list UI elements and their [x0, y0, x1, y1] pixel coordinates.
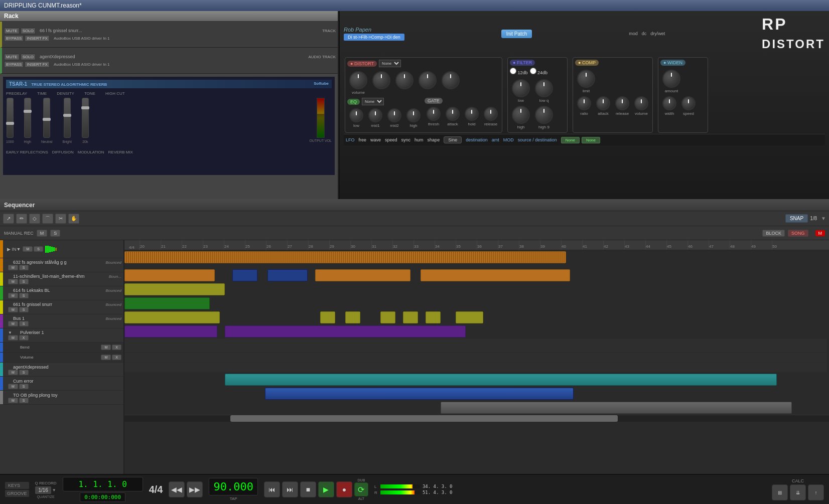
clip-4c[interactable]	[345, 311, 360, 323]
m-btn[interactable]: M	[37, 230, 48, 237]
scroll-track[interactable]	[124, 415, 829, 422]
gate-attack-knob[interactable]	[446, 107, 460, 121]
clip-1d[interactable]	[315, 269, 410, 281]
insertfx-2[interactable]: INSERT FX	[25, 61, 50, 68]
clip-1c[interactable]	[267, 269, 308, 281]
track-s-5[interactable]: S	[19, 321, 29, 326]
track-s-7[interactable]: S	[19, 370, 29, 375]
solo-btn-1[interactable]: SOLO	[21, 28, 36, 34]
calc-btn-1[interactable]: ⊞	[772, 484, 788, 500]
snap-dropdown-icon[interactable]: ▼	[821, 216, 826, 221]
clip-4b[interactable]	[320, 311, 335, 323]
clip-5b[interactable]	[225, 325, 466, 338]
track-m-9[interactable]: M	[8, 398, 18, 403]
clip-5a[interactable]	[124, 325, 217, 338]
mute-btn-2[interactable]: MUTE	[4, 54, 20, 60]
gate-hold-knob[interactable]	[465, 107, 479, 121]
tool-scissors[interactable]: ✂	[55, 214, 66, 224]
bypass-1[interactable]: BYPASS	[4, 35, 24, 42]
clip-master-main[interactable]	[124, 251, 566, 263]
track-s-9[interactable]: S	[19, 398, 29, 403]
widen-speed-knob[interactable]	[681, 96, 696, 110]
clip-4e[interactable]	[403, 311, 418, 323]
groove-btn[interactable]: GROOVE	[5, 490, 29, 497]
bypass-2[interactable]: BYPASS	[4, 61, 24, 68]
track-x-6[interactable]: X	[19, 335, 29, 341]
gate-release-knob[interactable]	[484, 107, 498, 121]
clip-1e[interactable]	[421, 269, 570, 281]
clip-1b[interactable]	[232, 269, 257, 281]
block-btn[interactable]: BLOCK	[762, 230, 785, 237]
stop-btn[interactable]: ■	[300, 481, 316, 497]
track-m-4[interactable]: M	[8, 307, 18, 312]
track-m-7[interactable]: M	[8, 370, 18, 375]
filter-high-knob[interactable]	[512, 106, 530, 124]
mute-btn-1[interactable]: MUTE	[4, 28, 20, 34]
calc-btn-3[interactable]: ↑	[808, 484, 824, 500]
comp-attack-knob[interactable]	[596, 96, 610, 110]
bpm-display[interactable]: 90.000	[209, 478, 257, 495]
track-m-8[interactable]: M	[8, 384, 18, 389]
track-m-6[interactable]: M	[8, 335, 18, 341]
clip-3a[interactable]	[124, 297, 210, 309]
track-m-5[interactable]: M	[8, 321, 18, 326]
eq-dropdown[interactable]: None	[362, 98, 384, 105]
clip-4d[interactable]	[380, 311, 395, 323]
knob-d4-control[interactable]	[442, 71, 460, 89]
s-btn[interactable]: S	[50, 230, 60, 237]
patch-name[interactable]: Di st->Filt->Comp->Di den	[344, 34, 404, 41]
knob-d2-control[interactable]	[395, 71, 413, 89]
solo-btn-2[interactable]: SOLO	[21, 54, 36, 60]
clip-1a[interactable]	[124, 269, 215, 281]
song-btn[interactable]: SONG	[788, 230, 808, 237]
keys-btn[interactable]: KEYS	[5, 482, 29, 489]
clip-4f[interactable]	[426, 311, 441, 323]
rewind-btn[interactable]: ⏮	[264, 481, 280, 497]
filter-low-knob[interactable]	[512, 79, 530, 97]
insertfx-1[interactable]: INSERT FX	[25, 35, 50, 42]
clip-9a[interactable]	[441, 402, 792, 414]
nudge-back-btn[interactable]: ◀◀	[169, 481, 185, 497]
knob-volume-control[interactable]	[349, 71, 367, 89]
sub-m-bend[interactable]: M	[101, 345, 111, 350]
track-s-4[interactable]: S	[19, 307, 29, 312]
track-m-3[interactable]: M	[8, 293, 18, 298]
nav-path[interactable]: mod	[629, 31, 638, 36]
track-expand-6[interactable]: ▼	[8, 330, 12, 335]
tool-erase[interactable]: ◇	[29, 214, 40, 224]
comp-limit-knob[interactable]	[577, 70, 595, 88]
clip-4a[interactable]	[124, 311, 220, 323]
sub-x-bend[interactable]: X	[112, 345, 121, 350]
init-patch-btn[interactable]: Init Patch	[501, 30, 532, 38]
sub-x-volume[interactable]: X	[112, 355, 121, 360]
snap-button[interactable]: SNAP	[785, 214, 808, 223]
eq-mid1-knob[interactable]	[368, 108, 382, 122]
clip-4g[interactable]	[456, 311, 483, 323]
eq-mid2-knob[interactable]	[387, 108, 401, 122]
gate-thresh-knob[interactable]	[427, 107, 441, 121]
track-s-master[interactable]: S	[34, 246, 43, 252]
filter-lowq-knob[interactable]	[535, 79, 553, 97]
comp-ratio-knob[interactable]	[577, 96, 591, 110]
eq-high-knob[interactable]	[406, 108, 421, 122]
track-m-1[interactable]: M	[8, 265, 18, 270]
q-record-value[interactable]: 1/16	[35, 486, 51, 494]
nudge-fwd-btn[interactable]: ▶▶	[187, 481, 203, 497]
filter-highq-knob[interactable]	[535, 106, 553, 124]
track-m-2[interactable]: M	[8, 279, 18, 284]
eq-low-knob[interactable]	[349, 108, 363, 122]
filter-24db-radio[interactable]	[530, 68, 536, 74]
track-s-8[interactable]: S	[19, 384, 29, 389]
track-s-3[interactable]: S	[19, 293, 29, 298]
tool-select[interactable]: ↗	[3, 214, 14, 224]
knob-d3-control[interactable]	[419, 71, 437, 89]
clip-8a[interactable]	[265, 388, 574, 400]
knob-d1-control[interactable]	[372, 71, 390, 89]
widen-width-knob[interactable]	[662, 96, 676, 110]
distort-dropdown[interactable]: None	[379, 60, 401, 67]
comp-volume-knob[interactable]	[634, 96, 648, 110]
tool-curve[interactable]: ⌒	[42, 214, 53, 224]
scroll-thumb[interactable]	[230, 415, 618, 422]
filter-12db-radio[interactable]	[510, 68, 516, 74]
calc-btn-2[interactable]: ⇊	[790, 484, 806, 500]
